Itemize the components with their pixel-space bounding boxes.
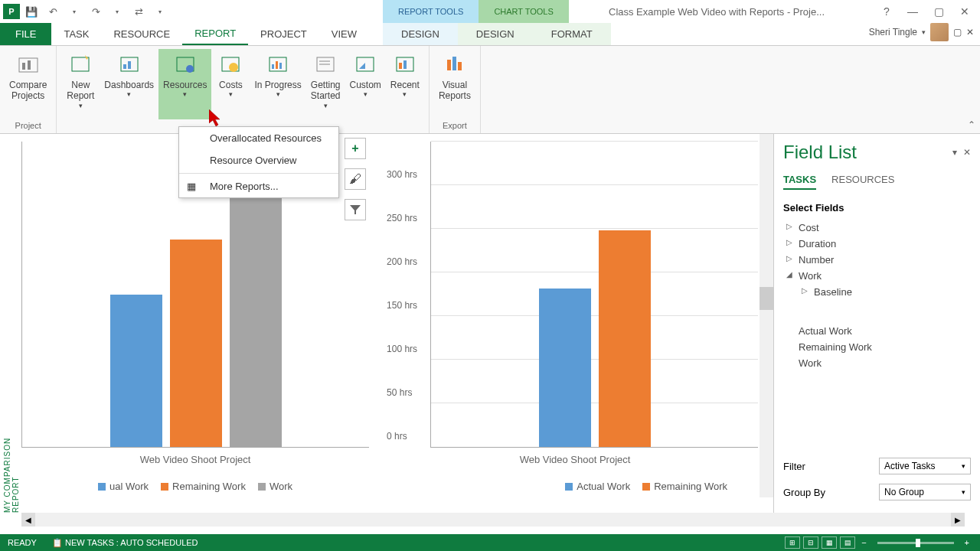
svg-rect-23 [452,57,456,70]
link-icon[interactable]: ⇄ [129,2,149,21]
new-report-button[interactable]: New Report▾ [61,49,100,119]
filter-label: Filter [783,461,805,472]
title-bar: P 💾 ↶ ▾ ↷ ▾ ⇄ ▾ REPORT TOOLS CHART TOOLS… [0,0,980,23]
ribbon-group-export: Visual Reports Export [430,46,481,133]
custom-icon [353,52,377,77]
bar-right-actual [539,289,591,447]
groupby-select[interactable]: No Group▾ [879,484,971,500]
field-tree: ▷Cost ▷Duration ▷Number ◢Work ▷Baseline [783,220,971,300]
user-info[interactable]: Sheri Tingle ▾ ▢ ✕ [869,23,974,41]
dd-resource-overview[interactable]: Resource Overview [179,149,338,171]
compare-projects-button[interactable]: Compare Projects [5,49,51,119]
ctx-report-tools: REPORT TOOLS [383,0,479,23]
resources-button[interactable]: Resources▾ [158,49,211,119]
view-shortcut-4[interactable]: ▤ [840,536,855,549]
contextual-tabs: REPORT TOOLS CHART TOOLS [383,0,569,23]
status-new-tasks[interactable]: 📋 NEW TASKS : AUTO SCHEDULED [52,538,198,548]
recent-icon [393,52,417,77]
bar-left-actual [110,295,162,448]
minimize-icon[interactable]: — [903,5,922,18]
tree-number[interactable]: ▷Number [783,252,971,268]
field-list-title: Field List [783,142,857,163]
groupby-label: Group By [783,487,825,498]
hscroll-left-icon[interactable]: ◀ [21,513,35,527]
dropdown-separator [179,173,338,174]
ribbon: Compare Projects Project New Report▾ Das… [0,46,980,134]
bar-left-remaining [170,240,222,447]
redo-dropdown-icon[interactable]: ▾ [107,2,127,21]
save-icon[interactable]: 💾 [21,2,41,21]
tab-format[interactable]: FORMAT [533,23,611,45]
tab-task[interactable]: TASK [51,23,101,45]
undo-dropdown-icon[interactable]: ▾ [64,2,84,21]
tree-duration[interactable]: ▷Duration [783,236,971,252]
tree-baseline[interactable]: ▷Baseline [783,284,971,300]
field-actual-work[interactable]: Actual Work [783,323,971,339]
document-title: Class Example Web Video with Reports - P… [609,6,825,18]
filter-select[interactable]: Active Tasks▾ [879,458,971,474]
chart-plus-icon[interactable]: + [345,138,366,159]
getting-started-button[interactable]: Getting Started▾ [306,49,345,119]
svg-rect-5 [123,64,126,69]
vertical-scrollbar[interactable] [760,134,773,497]
tab-project[interactable]: PROJECT [248,23,319,45]
tab-view[interactable]: VIEW [319,23,369,45]
tree-cost[interactable]: ▷Cost [783,220,971,236]
fp-tab-tasks[interactable]: TASKS [783,174,816,190]
dashboards-button[interactable]: Dashboards▾ [100,49,158,119]
field-remaining-work[interactable]: Remaining Work [783,339,971,355]
redo-icon[interactable]: ↷ [86,2,106,21]
app-icon[interactable]: P [3,4,20,19]
tab-design-chart[interactable]: DESIGN [458,23,533,45]
in-progress-button[interactable]: In Progress▾ [250,49,305,119]
tab-design-report[interactable]: DESIGN [383,23,458,45]
chart-brush-icon[interactable]: 🖌 [345,168,366,190]
dd-overallocated[interactable]: Overallocated Resources [179,127,338,149]
costs-icon [218,52,243,77]
tab-file[interactable]: FILE [0,23,51,45]
close-pane-icon[interactable]: ✕ [966,27,974,37]
chart-left-xlabel: Web Video Shoot Project [21,454,369,465]
ctx-chart-tools: CHART TOOLS [479,0,568,23]
svg-rect-12 [272,64,274,69]
svg-rect-14 [279,63,282,69]
selected-fields: Actual Work Remaining Work Work [783,323,971,371]
undo-icon[interactable]: ↶ [43,2,63,21]
horizontal-scrollbar[interactable]: ◀ ▶ [21,513,965,527]
resources-dropdown: Overallocated Resources Resource Overvie… [178,126,339,198]
tree-work[interactable]: ◢Work [783,268,971,284]
recent-button[interactable]: Recent▾ [386,49,424,119]
tab-resource[interactable]: RESOURCE [101,23,182,45]
collapse-ribbon-icon[interactable]: ⌃ [968,119,975,130]
qat-dropdown-icon[interactable]: ▾ [150,2,170,21]
svg-rect-6 [128,61,131,69]
status-ready: READY [8,538,37,547]
fp-tab-resources[interactable]: RESOURCES [831,174,894,190]
chart-area: Web Video Shoot Project ual Work Remaini… [0,134,773,513]
view-shortcut-3[interactable]: ▦ [822,536,837,549]
view-shortcut-2[interactable]: ⊟ [803,536,818,549]
zoom-in-icon[interactable]: + [962,538,972,547]
ribbon-group-project: Compare Projects Project [0,46,57,133]
zoom-out-icon[interactable]: − [858,538,869,547]
custom-button[interactable]: Custom▾ [345,49,386,119]
view-shortcut-1[interactable]: ⊞ [785,536,800,549]
zoom-slider[interactable] [877,542,954,544]
help-icon[interactable]: ? [877,5,896,18]
field-work[interactable]: Work [783,355,971,371]
tab-report[interactable]: REPORT [182,23,248,45]
chart-filter-icon[interactable] [345,199,366,220]
restore-icon[interactable]: ▢ [929,5,948,18]
ctx-sub-tabs: DESIGN DESIGN FORMAT [383,23,611,45]
panel-close-icon[interactable]: ✕ [963,147,971,158]
chart-right[interactable]: 50 hrs 100 hrs 150 hrs 200 hrs 250 hrs 3… [392,142,758,513]
svg-rect-13 [276,61,278,69]
panel-options-icon[interactable]: ▾ [952,147,957,158]
ribbon-display-icon[interactable]: ▢ [953,27,962,37]
close-icon[interactable]: ✕ [956,5,974,18]
dd-more-reports[interactable]: ▦ More Reports... [179,175,338,197]
ribbon-tabs: FILE TASK RESOURCE REPORT PROJECT VIEW D… [0,23,980,46]
svg-point-10 [229,63,238,72]
hscroll-right-icon[interactable]: ▶ [951,513,965,527]
visual-reports-button[interactable]: Visual Reports [434,49,475,119]
